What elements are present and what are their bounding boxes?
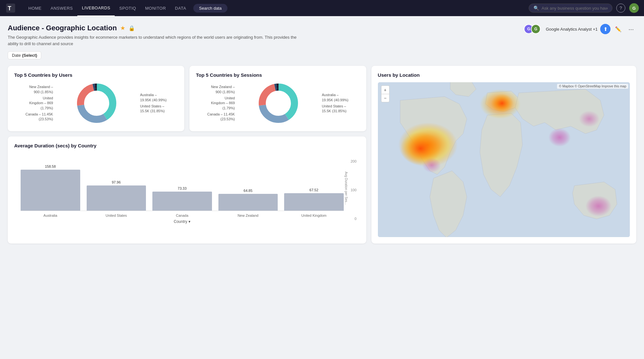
- nav-item-home[interactable]: HOME: [24, 0, 46, 16]
- svg-point-22: [422, 158, 441, 173]
- svg-point-20: [585, 196, 611, 216]
- nav-item-data[interactable]: DATA: [170, 0, 191, 16]
- nav-right: 🔍 ? G: [529, 3, 639, 13]
- sessions-legend-us: United States –15.5K (31.85%): [322, 104, 349, 114]
- zoom-out-button[interactable]: −: [381, 94, 389, 102]
- x-label-united-states: United States: [87, 214, 146, 217]
- date-filter-chip[interactable]: Date (Select): [8, 51, 41, 59]
- x-axis-title: Country: [174, 219, 187, 224]
- nav-item-liveboards[interactable]: LIVEBOARDS: [77, 0, 115, 16]
- dashboard-header: Audience - Geographic Location ★ 🔒 The G…: [8, 24, 636, 47]
- top5-users-card: Top 5 Countries by Users New Zealand –90…: [8, 66, 184, 131]
- x-label-new-zealand: New Zealand: [218, 214, 278, 217]
- svg-point-21: [579, 111, 599, 127]
- donut-chart-svg: [76, 82, 118, 124]
- collaborator-avatar-2: G: [531, 24, 541, 34]
- nav-items: HOME ANSWERS LIVEBOARDS SPOTIQ MONITOR D…: [24, 0, 529, 16]
- avg-duration-title: Average Duration (secs) by Country: [14, 143, 360, 148]
- edit-button[interactable]: ✏️: [613, 24, 623, 34]
- zoom-in-button[interactable]: +: [381, 85, 389, 94]
- star-icon[interactable]: ★: [120, 25, 125, 32]
- nav-item-spotiq[interactable]: SPOTIQ: [115, 0, 140, 16]
- x-label-canada: Canada: [152, 214, 212, 217]
- top5-users-chart: New Zealand –900 (1.85%) UnitedKingdom –…: [14, 82, 178, 124]
- x-axis-dropdown-icon[interactable]: ▾: [188, 219, 190, 224]
- svg-point-19: [548, 128, 571, 147]
- collaborators-avatars: G G: [524, 24, 541, 34]
- bar-chart-container: 200 100 0 Avg Duration per Ses... 158.58…: [14, 153, 360, 237]
- search-icon: 🔍: [533, 5, 539, 11]
- bar-group-united-states: 97.96: [87, 180, 146, 211]
- global-search-bar[interactable]: 🔍: [529, 4, 612, 13]
- map-title: Users by Location: [378, 72, 630, 78]
- bar-united-kingdom: [284, 193, 344, 211]
- bar-group-canada: 73.33: [152, 186, 212, 211]
- world-map-svg: [378, 82, 630, 237]
- app-logo[interactable]: T: [5, 3, 16, 14]
- main-content: Audience - Geographic Location ★ 🔒 The G…: [0, 16, 644, 251]
- top5-sessions-title: Top 5 Countries by Sessions: [196, 72, 360, 78]
- bar-new-zealand: [218, 194, 278, 211]
- search-data-button[interactable]: Search data: [193, 4, 227, 13]
- dashboard-description: The Geographic Audience provides insight…: [8, 34, 298, 47]
- collaborators-label: Google Analytics Analyst +1: [546, 27, 598, 32]
- map-attribution: © Mapbox © OpenStreetMap Improve this ma…: [557, 84, 628, 89]
- user-avatar[interactable]: G: [629, 3, 639, 13]
- bar-united-states: [87, 185, 146, 211]
- more-options-button[interactable]: ···: [626, 24, 636, 34]
- svg-point-18: [491, 94, 513, 113]
- navbar: T HOME ANSWERS LIVEBOARDS SPOTIQ MONITOR…: [0, 0, 644, 16]
- dashboard-header-left: Audience - Geographic Location ★ 🔒 The G…: [8, 24, 298, 47]
- bar-australia: [21, 170, 80, 211]
- legend-us: United States –15.5K (31.85%): [140, 104, 167, 114]
- avg-duration-card: Average Duration (secs) by Country 200 1…: [8, 136, 366, 244]
- legend-new-zealand: New Zealand –900 (1.85%): [25, 85, 53, 95]
- dashboard-header-right: G G Google Analytics Analyst +1 ⬆ ✏️ ···: [524, 24, 636, 34]
- bar-group-united-kingdom: 67.52: [284, 188, 344, 211]
- map-controls: + −: [381, 85, 389, 102]
- ellipsis-icon: ···: [629, 25, 634, 33]
- bar-value-united-states: 97.96: [112, 180, 121, 184]
- dashboard-title: Audience - Geographic Location: [8, 24, 117, 32]
- x-axis-title-row: Country ▾: [21, 219, 344, 224]
- sessions-legend-australia: Australia –19.95K (40.99%): [322, 93, 349, 103]
- y-label-200: 200: [351, 159, 356, 163]
- top5-users-title: Top 5 Countries by Users: [14, 72, 178, 78]
- nav-item-monitor[interactable]: MONITOR: [140, 0, 170, 16]
- share-icon: ⬆: [603, 26, 608, 32]
- svg-point-13: [266, 91, 291, 115]
- y-label-100: 100: [351, 188, 356, 192]
- filter-row: Date (Select): [8, 51, 636, 59]
- donut-labels-right: Australia –19.95K (40.99%) United States…: [140, 93, 167, 114]
- mapbox-credit: © Mapbox © OpenStreetMap Improve this ma…: [559, 85, 626, 88]
- bar-group-new-zealand: 64.85: [218, 189, 278, 211]
- share-button[interactable]: ⬆: [600, 24, 610, 34]
- sessions-legend-united-kingdom: UnitedKingdom – 869(1.79%): [207, 96, 235, 111]
- y-label-0: 0: [354, 217, 356, 221]
- sessions-labels-right: Australia –19.95K (40.99%) United States…: [322, 93, 349, 114]
- donut-labels-left: New Zealand –900 (1.85%) UnitedKingdom –…: [25, 85, 53, 122]
- legend-australia: Australia –19.95K (40.99%): [140, 93, 167, 103]
- lock-icon[interactable]: 🔒: [129, 25, 135, 31]
- svg-text:T: T: [8, 5, 11, 12]
- global-search-input[interactable]: [542, 6, 608, 11]
- title-row: Audience - Geographic Location ★ 🔒: [8, 24, 298, 32]
- y-axis-title: Avg Duration per Ses...: [344, 171, 348, 204]
- bar-value-new-zealand: 64.85: [244, 189, 253, 193]
- filter-label: Date: [12, 53, 21, 58]
- svg-point-7: [84, 91, 109, 115]
- sessions-legend-new-zealand: New Zealand –900 (1.85%): [207, 85, 235, 95]
- nav-item-answers[interactable]: ANSWERS: [46, 0, 77, 16]
- top5-sessions-card: Top 5 Countries by Sessions New Zealand …: [189, 66, 366, 131]
- card-grid: Top 5 Countries by Users New Zealand –90…: [8, 66, 636, 244]
- y-axis: 200 100 0: [351, 159, 356, 221]
- x-label-australia: Australia: [21, 214, 80, 217]
- x-label-united-kingdom: United Kingdom: [284, 214, 344, 217]
- legend-canada: Canada – 11.45K(23.53%): [25, 112, 53, 122]
- map-card: Users by Location + −: [371, 66, 636, 244]
- top5-sessions-chart: New Zealand –900 (1.85%) UnitedKingdom –…: [196, 82, 360, 124]
- bar-value-australia: 158.58: [45, 165, 56, 168]
- help-button[interactable]: ?: [616, 4, 625, 13]
- bar-value-united-kingdom: 67.52: [310, 188, 319, 192]
- bar-value-canada: 73.33: [178, 186, 187, 190]
